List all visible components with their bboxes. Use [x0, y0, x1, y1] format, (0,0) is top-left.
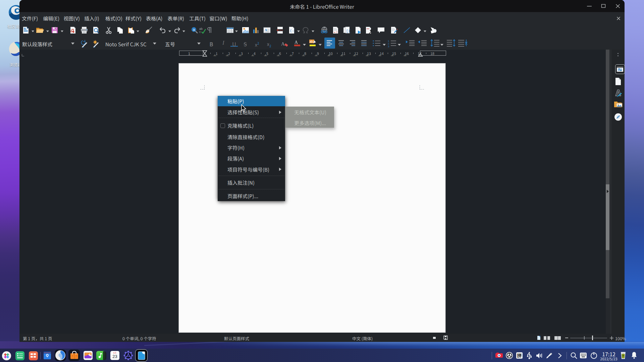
svg-text:c: c [199, 30, 201, 34]
svg-text:(-): (-) [290, 29, 295, 33]
svg-text:A: A [281, 41, 285, 47]
svg-text:[i]: [i] [346, 29, 351, 33]
svg-text:1: 1 [336, 31, 338, 34]
svg-text:ab: ab [310, 40, 313, 43]
svg-text:23: 23 [112, 354, 117, 359]
svg-text:A: A [265, 28, 267, 32]
svg-text:3: 3 [388, 45, 389, 48]
svg-text:a: a [193, 27, 195, 32]
svg-text:A: A [294, 40, 298, 45]
